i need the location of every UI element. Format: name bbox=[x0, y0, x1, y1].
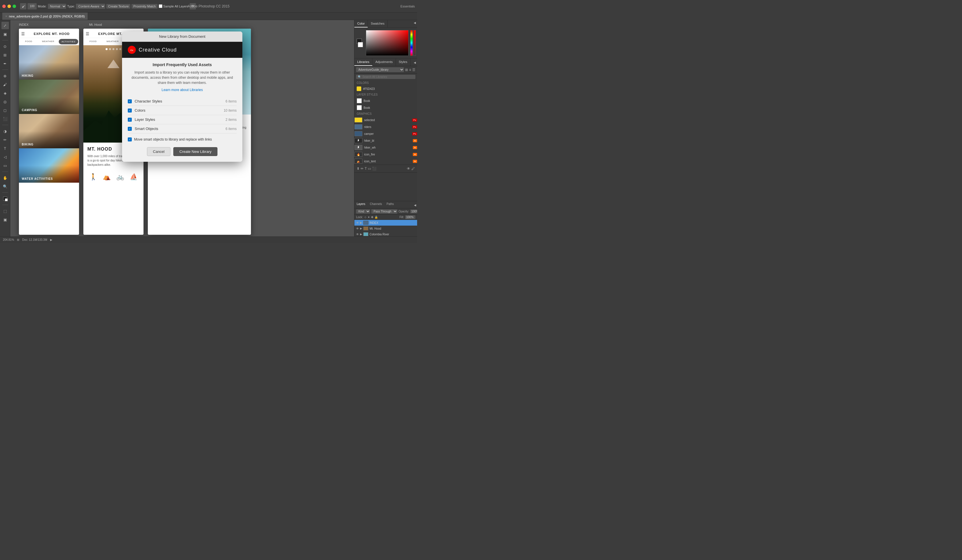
paths-tab[interactable]: Paths bbox=[384, 201, 396, 208]
lock-all-icon[interactable]: 🔒 bbox=[374, 216, 378, 219]
lib-menu-icon[interactable]: ☰ bbox=[412, 68, 415, 72]
swatches-tab[interactable]: Swatches bbox=[368, 20, 387, 27]
lib-icon-pencil[interactable]: 🖊 bbox=[412, 167, 415, 171]
arrow-index[interactable]: ▶ bbox=[360, 221, 362, 224]
close-button[interactable] bbox=[2, 5, 6, 8]
new-library-dialog: New Library from Document Cc Creative Cl… bbox=[122, 32, 242, 162]
eye-icon-index[interactable]: 👁 bbox=[356, 221, 359, 224]
layer-styles-check[interactable]: ✓ bbox=[128, 117, 132, 122]
document-tab[interactable]: ✕ new_adventure-guide-2.psd @ 205% (INDE… bbox=[2, 13, 88, 20]
mode-select-layers[interactable]: Pass Through bbox=[371, 209, 397, 214]
color-dot-yellow[interactable] bbox=[357, 87, 361, 91]
clone-tool[interactable]: ◈ bbox=[2, 89, 9, 97]
foreground-bg[interactable] bbox=[2, 195, 9, 203]
gradient-tool[interactable]: ⬛ bbox=[2, 115, 9, 122]
library-dropdown[interactable]: AdventureGuide_library bbox=[356, 67, 404, 72]
learn-more-link[interactable]: Learn more about Libraries bbox=[161, 88, 203, 92]
move-tool[interactable]: ⤢ bbox=[2, 22, 9, 29]
brush-size[interactable]: 100 bbox=[27, 3, 37, 10]
pen-tool[interactable]: ✏ bbox=[2, 136, 9, 143]
panel-expand-icon[interactable]: ◀ bbox=[414, 21, 416, 26]
opacity-input[interactable] bbox=[410, 209, 417, 213]
graphic-thumb-camper[interactable] bbox=[354, 131, 362, 136]
create-new-library-button[interactable]: Create New Library bbox=[173, 147, 218, 156]
graphic-thumb-riders[interactable] bbox=[354, 124, 362, 129]
layer-item-index[interactable]: 👁 ▶ INDEX bbox=[354, 220, 417, 225]
zoom-level: 204.81% bbox=[3, 238, 14, 241]
eyedropper-tool[interactable]: ✒ bbox=[2, 60, 9, 67]
adjustments-tab[interactable]: Adjustments bbox=[373, 58, 396, 66]
libraries-tab[interactable]: Libraries bbox=[354, 58, 373, 66]
eye-icon-colombia[interactable]: 👁 bbox=[356, 233, 359, 236]
type-tool[interactable]: T bbox=[2, 145, 9, 152]
lib-icon-dark[interactable]: ⬛ bbox=[372, 167, 376, 171]
healing-tool[interactable]: ⊕ bbox=[2, 72, 9, 80]
lock-pixel-icon[interactable]: ✦ bbox=[368, 216, 370, 219]
graphic-thumb-hiker-bl[interactable] bbox=[354, 138, 362, 143]
kind-select[interactable]: Kind bbox=[356, 209, 370, 214]
hand-tool[interactable]: ✋ bbox=[2, 174, 9, 182]
tab-close-icon[interactable]: ✕ bbox=[5, 15, 8, 18]
graphic-thumb-hiker-wh[interactable] bbox=[354, 145, 362, 150]
lasso-tool[interactable]: ⊙ bbox=[2, 43, 9, 50]
style-box-2[interactable] bbox=[357, 105, 362, 110]
layer-item-mthood[interactable]: 👁 ▶ Mt. Hood bbox=[354, 225, 417, 231]
lock-move-icon[interactable]: ✤ bbox=[371, 216, 373, 219]
dodge-tool[interactable]: ◑ bbox=[2, 127, 9, 135]
graphic-thumb-icon-tent[interactable]: ⛺ bbox=[354, 159, 362, 164]
lib-grid-icon[interactable]: ⊞ bbox=[405, 68, 408, 72]
zoom-tool[interactable]: 🔍 bbox=[2, 183, 9, 190]
character-styles-check[interactable]: ✓ bbox=[128, 99, 132, 103]
cancel-button[interactable]: Cancel bbox=[147, 147, 171, 156]
smart-objects-check[interactable]: ✓ bbox=[128, 127, 132, 131]
arrow-mthood[interactable]: ▶ bbox=[360, 227, 362, 230]
sample-all-label[interactable]: Sample All Layers bbox=[159, 4, 189, 8]
dialog-item-character-styles: ✓ Character Styles 6 items bbox=[128, 97, 237, 106]
brush-tool[interactable]: 🖌 bbox=[2, 81, 9, 88]
path-tool[interactable]: ◁ bbox=[2, 153, 9, 161]
sample-all-checkbox[interactable] bbox=[159, 4, 163, 8]
mask-mode[interactable]: ⬚ bbox=[2, 207, 9, 215]
color-tab[interactable]: Color bbox=[354, 20, 368, 27]
canvas-area[interactable]: INDEX Mt. Hood ☰ EXPLORE MT. HOOD FOOD W… bbox=[10, 20, 354, 243]
color-alpha-bar[interactable] bbox=[413, 30, 416, 56]
lock-pos-icon[interactable]: ⊹ bbox=[364, 216, 366, 219]
graphic-thumb-icon-fire[interactable]: 🔥 bbox=[354, 152, 362, 157]
libs-panel-expand[interactable]: ◀ bbox=[414, 61, 416, 64]
lib-icon-upload[interactable]: ⬆ bbox=[357, 167, 360, 171]
arrow-colombia[interactable]: ▶ bbox=[360, 233, 362, 236]
eye-icon-mthood[interactable]: 👁 bbox=[356, 227, 359, 230]
smart-move-check[interactable]: ✓ bbox=[128, 137, 132, 142]
marquee-tool[interactable]: ▣ bbox=[2, 31, 9, 38]
zoom-button[interactable] bbox=[13, 5, 16, 8]
shape-tool[interactable]: ▭ bbox=[2, 162, 9, 169]
color-hue-bar[interactable] bbox=[410, 30, 413, 56]
eraser-tool[interactable]: ◻ bbox=[2, 106, 9, 114]
layers-panel-expand[interactable]: ◀ bbox=[414, 204, 416, 207]
lib-icon-text[interactable]: T bbox=[365, 167, 367, 171]
mode-select[interactable]: Normal bbox=[48, 4, 66, 9]
lib-icon-eye[interactable]: 👁 bbox=[407, 167, 410, 171]
layers-tab[interactable]: Layers bbox=[354, 201, 368, 208]
channels-tab[interactable]: Channels bbox=[368, 201, 384, 208]
graphic-thumb-selected[interactable] bbox=[354, 117, 362, 122]
style-box-1[interactable] bbox=[357, 98, 362, 103]
search-input[interactable] bbox=[362, 75, 414, 79]
proximity-match-btn[interactable]: Proximity Match bbox=[131, 4, 157, 9]
type-select[interactable]: Content-Aware bbox=[76, 4, 105, 9]
fill-input[interactable] bbox=[405, 215, 415, 219]
lib-icon-draw[interactable]: ✏ bbox=[361, 167, 363, 171]
layer-item-colombia[interactable]: 👁 ▶ Colombia River bbox=[354, 231, 417, 237]
tool-icon[interactable]: 🖌 bbox=[20, 3, 26, 10]
colors-check[interactable]: ✓ bbox=[128, 108, 132, 113]
lib-icon-shape[interactable]: ▭ bbox=[368, 167, 371, 171]
history-tool[interactable]: ◎ bbox=[2, 98, 9, 105]
create-texture-btn[interactable]: Create Texture bbox=[106, 4, 130, 9]
color-spectrum[interactable] bbox=[366, 30, 408, 56]
screen-mode[interactable]: ▣ bbox=[2, 216, 9, 223]
background-color[interactable] bbox=[358, 42, 363, 47]
styles-tab[interactable]: Styles bbox=[396, 58, 410, 66]
lib-list-icon[interactable]: ≡ bbox=[409, 68, 411, 72]
crop-tool[interactable]: ⊞ bbox=[2, 51, 9, 59]
minimize-button[interactable] bbox=[8, 5, 11, 8]
